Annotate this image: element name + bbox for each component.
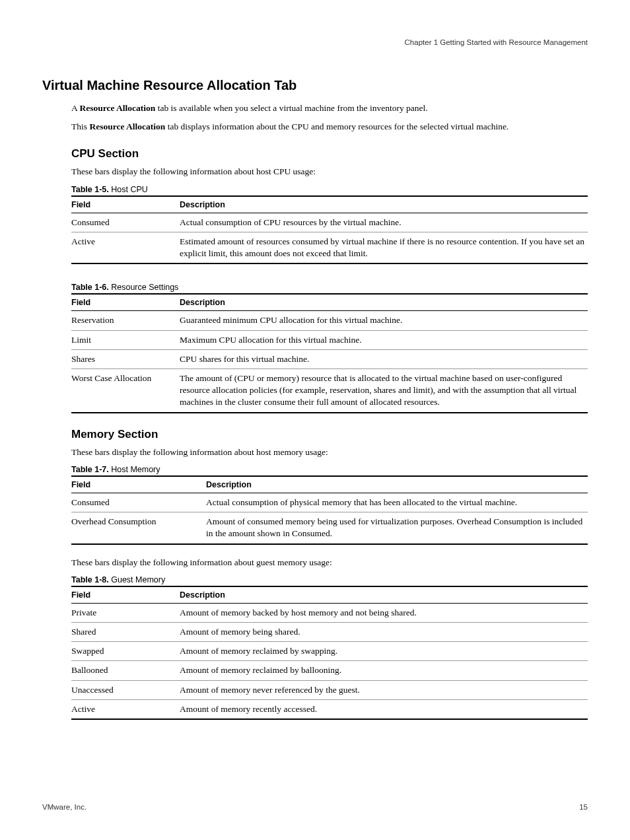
caption-text: Host CPU bbox=[109, 185, 148, 194]
cell-description: Amount of memory never referenced by the… bbox=[180, 680, 588, 699]
cell-description: Amount of memory being shared. bbox=[180, 622, 588, 641]
cell-field: Ballooned bbox=[71, 661, 180, 680]
table-row: Active Estimated amount of resources con… bbox=[71, 232, 588, 263]
table-1-8-caption: Table 1-8. Guest Memory bbox=[71, 575, 588, 584]
cell-field: Limit bbox=[71, 330, 180, 349]
table-row: Overhead Consumption Amount of consumed … bbox=[71, 512, 588, 544]
table-row: Ballooned Amount of memory reclaimed by … bbox=[71, 661, 588, 680]
cell-field: Private bbox=[71, 603, 180, 622]
text: A bbox=[71, 103, 79, 113]
section-title: Virtual Machine Resource Allocation Tab bbox=[42, 78, 588, 93]
cell-description: Amount of memory reclaimed by swapping. bbox=[180, 642, 588, 661]
cpu-section-heading: CPU Section bbox=[71, 147, 588, 160]
footer-company: VMware, Inc. bbox=[42, 803, 87, 811]
cell-field: Overhead Consumption bbox=[71, 512, 206, 544]
col-description: Description bbox=[180, 294, 588, 311]
cpu-lead: These bars display the following informa… bbox=[71, 166, 588, 178]
table-header-row: Field Description bbox=[71, 294, 588, 311]
memory-lead-1: These bars display the following informa… bbox=[71, 446, 588, 458]
col-description: Description bbox=[206, 476, 588, 493]
cell-description: The amount of (CPU or memory) resource t… bbox=[180, 368, 588, 412]
cell-description: Estimated amount of resources consumed b… bbox=[180, 232, 588, 263]
table-1-7-caption: Table 1-7. Host Memory bbox=[71, 465, 588, 474]
table-host-memory: Field Description Consumed Actual consum… bbox=[71, 475, 588, 545]
caption-text: Host Memory bbox=[109, 465, 160, 474]
cell-description: Actual consumption of physical memory th… bbox=[206, 493, 588, 512]
cell-field: Unaccessed bbox=[71, 680, 180, 699]
cell-description: Actual consumption of CPU resources by t… bbox=[180, 213, 588, 232]
cell-description: CPU shares for this virtual machine. bbox=[180, 349, 588, 368]
table-row: Shared Amount of memory being shared. bbox=[71, 622, 588, 641]
col-description: Description bbox=[180, 586, 588, 604]
table-row: Worst Case Allocation The amount of (CPU… bbox=[71, 368, 588, 412]
cell-field: Consumed bbox=[71, 213, 180, 232]
text: This bbox=[71, 122, 89, 131]
col-field: Field bbox=[71, 476, 206, 493]
cell-description: Amount of memory recently accessed. bbox=[180, 699, 588, 719]
cell-description: Amount of memory backed by host memory a… bbox=[180, 603, 588, 622]
cell-field: Active bbox=[71, 699, 180, 719]
table-row: Shares CPU shares for this virtual machi… bbox=[71, 349, 588, 368]
page: Chapter 1 Getting Started with Resource … bbox=[0, 0, 630, 840]
memory-lead-2: These bars display the following informa… bbox=[71, 557, 588, 569]
table-row: Swapped Amount of memory reclaimed by sw… bbox=[71, 642, 588, 661]
chapter-header: Chapter 1 Getting Started with Resource … bbox=[42, 38, 588, 46]
table-1-6-caption: Table 1-6. Resource Settings bbox=[71, 283, 588, 292]
cell-description: Maximum CPU allocation for this virtual … bbox=[180, 330, 588, 349]
cell-description: Guaranteed minimum CPU allocation for th… bbox=[180, 311, 588, 330]
caption-number: Table 1-7. bbox=[71, 465, 109, 474]
table-row: Private Amount of memory backed by host … bbox=[71, 603, 588, 622]
table-row: Limit Maximum CPU allocation for this vi… bbox=[71, 330, 588, 349]
col-field: Field bbox=[71, 196, 180, 213]
table-row: Unaccessed Amount of memory never refere… bbox=[71, 680, 588, 699]
cell-field: Consumed bbox=[71, 493, 206, 512]
table-guest-memory: Field Description Private Amount of memo… bbox=[71, 586, 588, 720]
table-resource-settings: Field Description Reservation Guaranteed… bbox=[71, 293, 588, 413]
cell-field: Active bbox=[71, 232, 180, 263]
table-row: Active Amount of memory recently accesse… bbox=[71, 699, 588, 719]
caption-number: Table 1-8. bbox=[71, 575, 109, 584]
table-1-5-caption: Table 1-5. Host CPU bbox=[71, 185, 588, 194]
cell-field: Reservation bbox=[71, 311, 180, 330]
page-footer: VMware, Inc. 15 bbox=[42, 803, 588, 811]
caption-text: Guest Memory bbox=[109, 575, 165, 584]
memory-section-heading: Memory Section bbox=[71, 428, 588, 441]
caption-text: Resource Settings bbox=[109, 283, 179, 292]
cell-field: Shared bbox=[71, 622, 180, 641]
table-row: Consumed Actual consumption of physical … bbox=[71, 493, 588, 512]
caption-number: Table 1-5. bbox=[71, 185, 109, 194]
intro-paragraph-1: A Resource Allocation tab is available w… bbox=[71, 102, 588, 114]
text: tab is available when you select a virtu… bbox=[155, 103, 427, 113]
cell-description: Amount of memory reclaimed by ballooning… bbox=[180, 661, 588, 680]
cell-field: Shares bbox=[71, 349, 180, 368]
col-field: Field bbox=[71, 586, 180, 604]
col-description: Description bbox=[180, 196, 588, 213]
table-header-row: Field Description bbox=[71, 196, 588, 213]
footer-page-number: 15 bbox=[579, 803, 588, 811]
intro-paragraph-2: This Resource Allocation tab displays in… bbox=[71, 121, 588, 133]
text: tab displays information about the CPU a… bbox=[165, 122, 508, 131]
table-row: Reservation Guaranteed minimum CPU alloc… bbox=[71, 311, 588, 330]
table-row: Consumed Actual consumption of CPU resou… bbox=[71, 213, 588, 232]
bold-text: Resource Allocation bbox=[79, 103, 155, 113]
cell-field: Swapped bbox=[71, 642, 180, 661]
body-block: A Resource Allocation tab is available w… bbox=[71, 102, 588, 720]
bold-text: Resource Allocation bbox=[89, 122, 165, 131]
table-header-row: Field Description bbox=[71, 586, 588, 604]
table-header-row: Field Description bbox=[71, 476, 588, 493]
cell-field: Worst Case Allocation bbox=[71, 368, 180, 412]
table-host-cpu: Field Description Consumed Actual consum… bbox=[71, 195, 588, 265]
cell-description: Amount of consumed memory being used for… bbox=[206, 512, 588, 544]
caption-number: Table 1-6. bbox=[71, 283, 109, 292]
col-field: Field bbox=[71, 294, 180, 311]
